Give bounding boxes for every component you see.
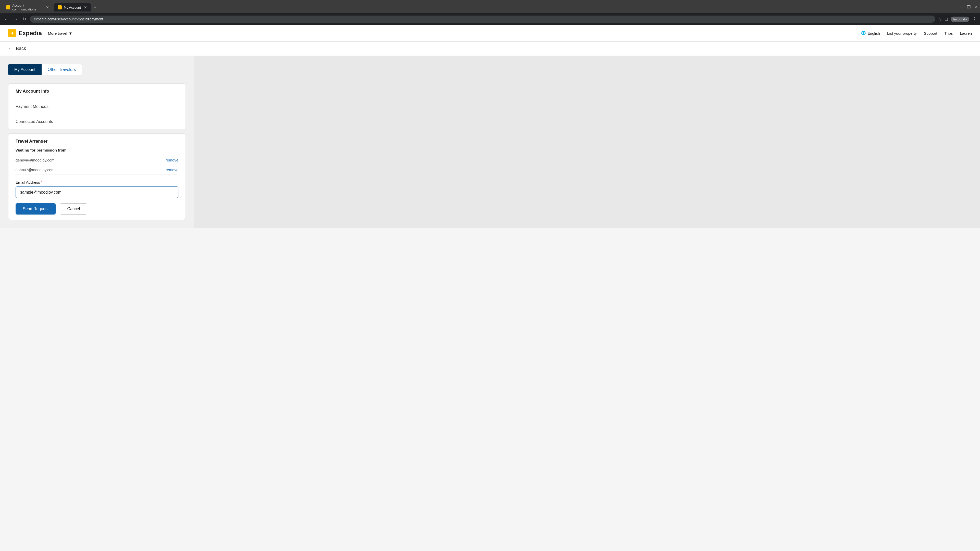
- more-travel-nav[interactable]: More travel ▼: [48, 31, 73, 35]
- minimize-button[interactable]: —: [959, 5, 963, 9]
- user-account-link[interactable]: Lauren: [960, 31, 972, 35]
- tab-label-1: Account communications: [12, 3, 43, 11]
- chevron-down-icon: ▼: [68, 31, 73, 35]
- left-panel: My Account Other Travelers My Account In…: [0, 56, 194, 228]
- reload-button[interactable]: ↻: [21, 15, 27, 23]
- tab-my-account-btn[interactable]: My Account: [8, 64, 41, 75]
- forward-nav-button[interactable]: →: [12, 16, 19, 23]
- waiting-label: Waiting for permission from:: [16, 148, 178, 152]
- account-info-title: My Account Info: [16, 89, 49, 94]
- cancel-button[interactable]: Cancel: [60, 203, 87, 214]
- address-bar-input[interactable]: [30, 16, 935, 23]
- remove-link-2[interactable]: remove: [165, 168, 178, 172]
- logo-text: Expedia: [18, 30, 42, 37]
- window-controls: — ❐ ✕: [959, 5, 978, 11]
- email-label: Email Address *: [16, 180, 178, 184]
- travel-arranger-title: Travel Arranger: [16, 139, 178, 144]
- trips-label: Trips: [945, 31, 953, 35]
- logo[interactable]: ✈ Expedia: [8, 29, 42, 37]
- send-request-button[interactable]: Send Request: [16, 203, 56, 214]
- tab-bar: Account communications ✕ My Account ✕ + …: [0, 0, 980, 13]
- globe-icon: 🌐: [861, 31, 866, 35]
- trips-link[interactable]: Trips: [945, 31, 953, 35]
- email-form: Email Address * Send Request Cancel: [16, 180, 178, 214]
- payment-methods-label: Payment Methods: [16, 104, 48, 109]
- browser-chrome: Account communications ✕ My Account ✕ + …: [0, 0, 980, 25]
- tab-icon-2: [58, 5, 62, 10]
- star-button[interactable]: ☆: [938, 16, 942, 22]
- email-label-text: Email Address: [16, 180, 40, 184]
- user-label: Lauren: [960, 31, 972, 35]
- support-link[interactable]: Support: [924, 31, 937, 35]
- connected-accounts-label: Connected Accounts: [16, 119, 53, 124]
- required-star: *: [41, 180, 43, 184]
- list-property-link[interactable]: List your property: [887, 31, 917, 35]
- form-actions: Send Request Cancel: [16, 203, 178, 214]
- list-property-label: List your property: [887, 31, 917, 35]
- main-layout: My Account Other Travelers My Account In…: [0, 56, 980, 228]
- my-account-info-section[interactable]: My Account Info: [8, 84, 186, 99]
- connected-accounts-section[interactable]: Connected Accounts: [8, 114, 186, 129]
- page-content: ✈ Expedia More travel ▼ 🌐 English List y…: [0, 25, 980, 228]
- tab-label-2: My Account: [64, 6, 81, 10]
- close-button[interactable]: ✕: [975, 5, 978, 10]
- remove-link-1[interactable]: remove: [165, 158, 178, 162]
- back-bar: ← Back: [0, 41, 980, 56]
- back-nav-button[interactable]: ←: [3, 16, 10, 23]
- split-view-button[interactable]: □: [945, 17, 948, 22]
- tab-other-travelers-btn[interactable]: Other Travelers: [41, 64, 82, 75]
- logo-icon: ✈: [8, 29, 16, 37]
- tab-close-2[interactable]: ✕: [84, 5, 87, 10]
- language-label: English: [867, 31, 880, 35]
- permission-entry-1: geneva@moodjoy.com remove: [16, 156, 178, 165]
- header-right: 🌐 English List your property Support Tri…: [861, 31, 972, 35]
- travel-arranger-section: Travel Arranger Waiting for permission f…: [8, 133, 186, 220]
- payment-methods-section[interactable]: Payment Methods: [8, 99, 186, 114]
- tab-my-account[interactable]: My Account ✕: [54, 3, 91, 11]
- tab-icon-1: [6, 5, 10, 10]
- permission-email-2: John07@moodjoy.com: [16, 168, 55, 172]
- account-tabs: My Account Other Travelers: [8, 64, 186, 75]
- tab-close-1[interactable]: ✕: [46, 5, 49, 10]
- back-label: Back: [16, 46, 26, 51]
- back-arrow-icon[interactable]: ←: [8, 46, 13, 52]
- tab-account-communications[interactable]: Account communications ✕: [2, 2, 53, 13]
- support-label: Support: [924, 31, 937, 35]
- language-selector[interactable]: 🌐 English: [861, 31, 880, 35]
- incognito-badge: Incognito: [951, 17, 969, 22]
- new-tab-button[interactable]: +: [92, 4, 99, 11]
- right-panel: [194, 56, 980, 228]
- email-input[interactable]: [16, 186, 178, 198]
- permission-email-1: geneva@moodjoy.com: [16, 158, 55, 162]
- site-header: ✈ Expedia More travel ▼ 🌐 English List y…: [0, 25, 980, 41]
- account-info-card: My Account Info Payment Methods Connecte…: [8, 83, 186, 129]
- browser-actions: ☆ □ Incognito ⋮: [938, 16, 977, 22]
- restore-button[interactable]: ❐: [967, 5, 970, 10]
- more-travel-label: More travel: [48, 31, 67, 35]
- menu-button[interactable]: ⋮: [972, 16, 977, 22]
- permission-entry-2: John07@moodjoy.com remove: [16, 165, 178, 175]
- address-bar-row: ← → ↻ ☆ □ Incognito ⋮: [0, 13, 980, 25]
